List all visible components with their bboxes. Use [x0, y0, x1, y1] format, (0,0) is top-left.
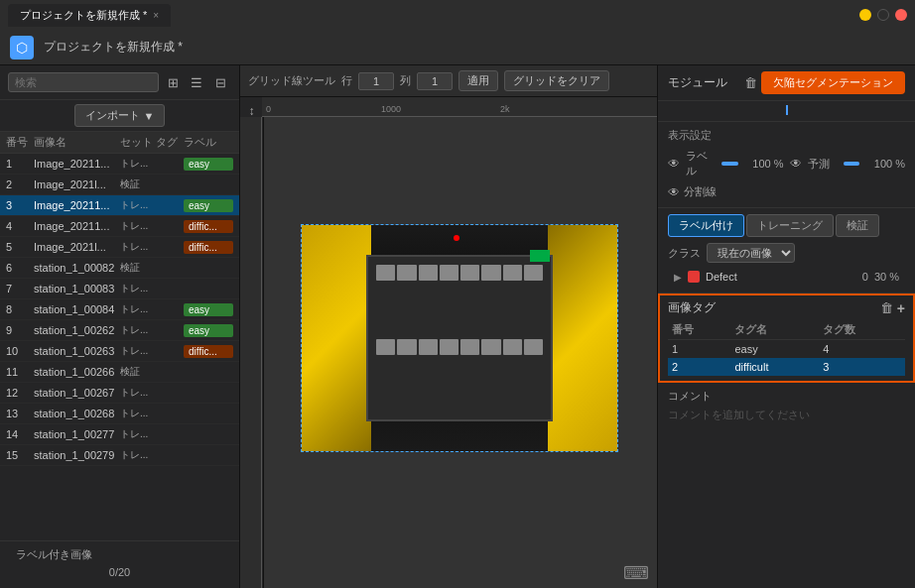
module-delete-icon[interactable]: 🗑 — [744, 75, 757, 90]
row-set: 検証 — [120, 365, 156, 379]
conn-center-body — [366, 255, 553, 421]
pin-13 — [460, 339, 479, 355]
table-row[interactable]: 2 Image_2021l... 検証 — [0, 175, 239, 195]
row-set: トレ... — [120, 344, 156, 358]
keyboard-icon[interactable]: ⌨ — [623, 562, 649, 584]
conn-green-indicator — [530, 250, 550, 262]
segline-eye-icon[interactable]: 👁 — [668, 185, 680, 199]
row-name: Image_20211... — [34, 220, 120, 232]
tags-col-name: タグ名 — [730, 320, 819, 340]
apply-button[interactable]: 適用 — [458, 70, 498, 91]
search-input[interactable] — [8, 72, 159, 92]
pin-3 — [419, 265, 438, 281]
app-bar: ⬡ プロジェクトを新規作成 * — [0, 30, 915, 65]
table-row[interactable]: 14 station_1_00277 トレ... — [0, 424, 239, 445]
table-row[interactable]: 13 station_1_00268 トレ... — [0, 404, 239, 424]
import-button[interactable]: インポート ▼ — [74, 104, 166, 127]
view-icon-btn[interactable]: ⊟ — [211, 71, 231, 93]
conn-left-housing — [302, 225, 371, 451]
col-input[interactable] — [417, 72, 453, 90]
row-name: station_1_00084 — [34, 303, 120, 315]
row-name: station_1_00263 — [34, 345, 120, 357]
row-input[interactable] — [358, 72, 394, 90]
ruler-left — [240, 117, 262, 588]
tab-validation[interactable]: 検証 — [836, 214, 879, 237]
grid-tool-label: グリッド線ツール — [248, 73, 335, 88]
tag-num: 1 — [668, 340, 730, 359]
ruler-mark-0: 0 — [266, 104, 271, 114]
search-bar: ⊞ ☰ ⊟ — [0, 65, 239, 100]
predict-text: 予測 — [808, 157, 838, 172]
row-id: 5 — [6, 241, 34, 253]
center-panel: グリッド線ツール 行 列 適用 グリッドをクリア ↕ ✎ ⊕ ⬛ ▭ ↖ 0 1… — [240, 65, 657, 588]
label-text: ラベル — [686, 149, 716, 178]
tags-delete-icon[interactable]: 🗑 — [880, 300, 893, 316]
defect-segmentation-button[interactable]: 欠陥セグメンテーション — [761, 71, 905, 94]
tags-title: 画像タグ — [668, 299, 716, 316]
tags-add-icon[interactable]: + — [897, 300, 905, 316]
table-row[interactable]: 12 station_1_00267 トレ... — [0, 383, 239, 404]
tags-row[interactable]: 1 easy 4 — [668, 340, 905, 359]
row-set: トレ... — [120, 427, 156, 441]
progress-count: 0/20 — [109, 566, 130, 578]
table-row[interactable]: 3 Image_20211... トレ... easy — [0, 195, 239, 216]
active-tab[interactable]: プロジェクトを新規作成 * × — [8, 4, 171, 27]
tag-badge: easy — [184, 303, 233, 316]
conn-right-housing — [548, 225, 617, 451]
label-eye-icon[interactable]: 👁 — [668, 157, 680, 171]
bottom-bar: ラベル付き画像 0/20 — [0, 540, 239, 588]
table-row[interactable]: 15 station_1_00279 トレ... — [0, 445, 239, 466]
row-name: station_1_00279 — [34, 449, 120, 461]
row-id: 7 — [6, 283, 34, 294]
row-id: 8 — [6, 303, 34, 315]
table-row[interactable]: 5 Image_2021l... トレ... diffic... — [0, 237, 239, 258]
col-name: 画像名 — [34, 135, 120, 150]
minimize-btn[interactable] — [859, 9, 871, 21]
tab-close-icon[interactable]: × — [153, 10, 159, 21]
pin-8 — [524, 265, 543, 281]
row-name: Image_20211... — [34, 158, 120, 170]
label-slider[interactable] — [721, 162, 738, 166]
pin-10 — [397, 339, 416, 355]
row-set: トレ... — [120, 198, 156, 212]
col-label: 列 — [400, 73, 411, 88]
predict-slider[interactable] — [844, 162, 860, 166]
table-row[interactable]: 8 station_1_00084 トレ... easy — [0, 299, 239, 320]
pin-15 — [503, 339, 522, 355]
row-set: トレ... — [120, 219, 156, 233]
class-item-defect[interactable]: ▶ Defect 0 30 % — [668, 267, 905, 287]
tag-badge: diffic... — [184, 220, 233, 233]
image-tags-section: 画像タグ 🗑 + 番号 タグ名 タグ数 1 easy 4 2 — [658, 294, 915, 383]
sort-icon-btn[interactable]: ☰ — [187, 71, 206, 93]
predict-eye-icon[interactable]: 👁 — [790, 157, 802, 171]
tag-count: 4 — [819, 340, 905, 359]
app-title: プロジェクトを新規作成 * — [44, 39, 183, 56]
clear-grid-button[interactable]: グリッドをクリア — [504, 70, 609, 91]
table-row[interactable]: 4 Image_20211... トレ... diffic... — [0, 216, 239, 237]
table-row[interactable]: 9 station_1_00262 トレ... easy — [0, 320, 239, 341]
class-select[interactable]: 現在の画像 — [707, 243, 795, 263]
row-name: station_1_00267 — [34, 387, 120, 399]
row-id: 13 — [6, 408, 34, 419]
filter-icon-btn[interactable]: ⊞ — [163, 71, 183, 93]
close-btn[interactable] — [895, 9, 907, 21]
table-row[interactable]: 11 station_1_00266 検証 — [0, 362, 239, 383]
row-id: 6 — [6, 262, 34, 274]
table-row[interactable]: 10 station_1_00263 トレ... diffic... — [0, 341, 239, 362]
row-set: トレ... — [120, 157, 156, 171]
slider-handle — [786, 105, 788, 115]
tab-training[interactable]: トレーニング — [746, 214, 834, 237]
comment-title: コメント — [668, 389, 905, 404]
maximize-btn[interactable] — [877, 9, 889, 21]
row-id: 11 — [6, 366, 34, 378]
table-row[interactable]: 7 station_1_00083 トレ... — [0, 279, 239, 299]
table-row[interactable]: 1 Image_20211... トレ... easy — [0, 154, 239, 175]
comment-placeholder: コメントを追加してください — [668, 408, 905, 422]
col-label: ラベル — [184, 135, 233, 150]
table-row[interactable]: 6 station_1_00082 検証 — [0, 258, 239, 279]
class-label: クラス — [668, 246, 701, 261]
tags-row[interactable]: 2 difficult 3 — [668, 358, 905, 376]
tab-labeling[interactable]: ラベル付け — [668, 214, 744, 237]
row-id: 1 — [6, 158, 34, 170]
label-slider-fill — [721, 162, 738, 166]
